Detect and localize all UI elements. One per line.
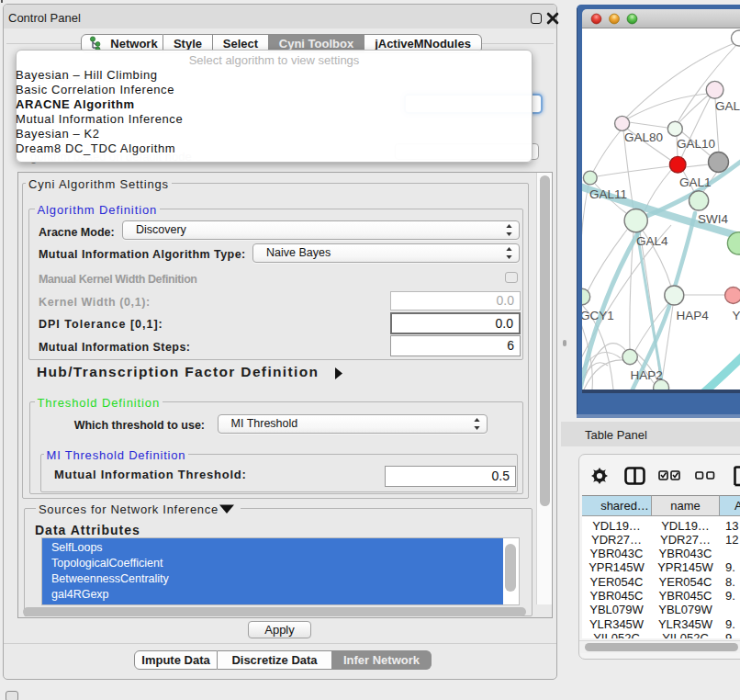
svg-text:GAL10: GAL10 xyxy=(677,137,715,151)
svg-text:HAP2: HAP2 xyxy=(631,368,663,382)
svg-text:HAP4: HAP4 xyxy=(677,309,710,322)
svg-text:GAL1: GAL1 xyxy=(679,175,712,189)
svg-text:GCY1: GCY1 xyxy=(582,309,614,322)
svg-text:GAL7: GAL7 xyxy=(715,99,740,113)
svg-text:GAL11: GAL11 xyxy=(589,187,627,201)
svg-text:SWI4: SWI4 xyxy=(698,212,728,226)
svg-text:YJ: YJ xyxy=(733,309,740,322)
svg-text:GAL4: GAL4 xyxy=(636,234,668,248)
svg-text:GAL80: GAL80 xyxy=(624,130,663,144)
